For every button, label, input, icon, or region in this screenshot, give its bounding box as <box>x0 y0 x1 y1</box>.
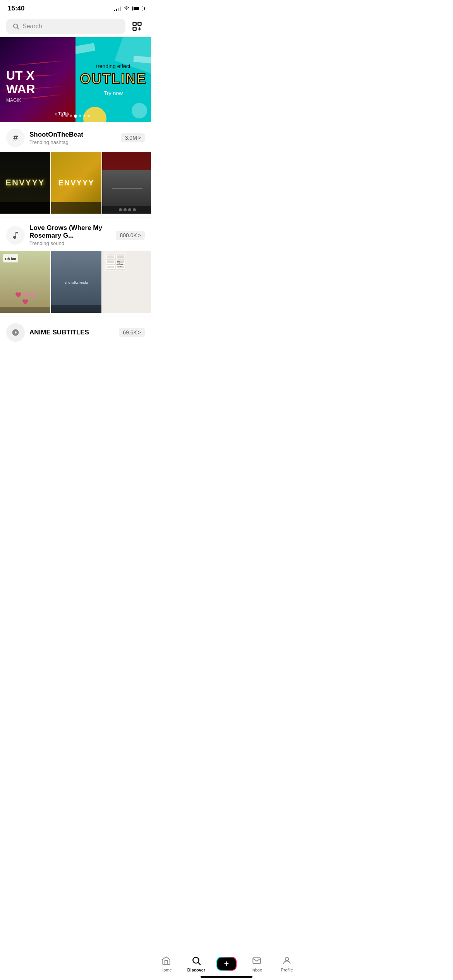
hashtag-icon: # <box>6 128 25 147</box>
dot-4-active <box>74 115 77 118</box>
battery-icon <box>132 6 143 11</box>
hashtag-count-arrow: > <box>138 135 141 141</box>
anime-title: ANIME SUBTITLES <box>29 329 114 336</box>
status-bar: 15:40 <box>0 0 151 15</box>
sound-video-2[interactable]: she talks kinda <box>51 251 101 313</box>
banner-title-line1: UT X <box>6 69 35 82</box>
sound-count[interactable]: 800.0K > <box>116 231 145 240</box>
sound-section-header[interactable]: Love Grows (Where My Rosemary G... Trend… <box>0 218 151 251</box>
hashtag-count-value: 3.0M <box>125 135 137 141</box>
hashtag-count[interactable]: 3.0M > <box>121 133 145 142</box>
carousel-dots <box>61 115 90 118</box>
she-talks-text: she talks kinda <box>65 281 88 284</box>
hashtag-video-2[interactable]: ENVYYY <box>51 152 101 214</box>
trending-effect-label: trending effect <box>96 63 130 69</box>
search-bar[interactable]: Search <box>6 19 125 34</box>
search-bar-container: Search <box>0 15 151 37</box>
envyyy-text-2: ENVYYY <box>58 178 94 187</box>
sound-count-value: 800.0K <box>120 232 137 238</box>
status-time: 15:40 <box>8 5 24 12</box>
dot-7 <box>88 115 90 117</box>
dot-6 <box>83 115 86 117</box>
banner-title-line2: WAR <box>6 82 35 96</box>
envyyy-text-1: ENVYYY <box>5 178 45 188</box>
status-icons <box>114 6 143 11</box>
sound-video-grid[interactable]: Oh but 💗LOVE💗 she talks kinda <box>0 251 151 314</box>
sound-video-3[interactable]: andnobodyknows <box>102 251 151 313</box>
sound-section: Love Grows (Where My Rosemary G... Trend… <box>0 218 151 317</box>
wifi-icon <box>123 6 130 11</box>
banner-brand: MAGIK <box>6 98 35 103</box>
banner-left-content: UT X WAR MAGIK <box>6 69 35 103</box>
banner-carousel[interactable]: UT X WAR MAGIK ♫ TikTok trending effect … <box>0 37 151 122</box>
love-heart-text: 💗LOVE💗 <box>15 292 35 305</box>
anime-count-value: 69.6K <box>123 329 137 336</box>
sound-subtitle: Trending sound <box>29 240 111 246</box>
hashtag-title-group: ShootOnTheBeat Trending hashtag <box>29 131 117 145</box>
hashtag-title: ShootOnTheBeat <box>29 131 117 139</box>
oh-but-text: Oh but <box>5 257 16 261</box>
svg-rect-4 <box>133 27 136 30</box>
music-icon <box>6 226 25 245</box>
outline-effect-title: OUTLINE <box>80 71 147 87</box>
hashtag-video-grid[interactable]: ENVYYY ENVYYY <box>0 152 151 214</box>
nobody-knows-text: andnobodyknows <box>117 260 123 267</box>
signal-icon <box>114 6 121 11</box>
dot-2 <box>65 115 68 117</box>
hashtag-subtitle: Trending hashtag <box>29 139 117 145</box>
dot-3 <box>70 115 72 117</box>
sound-title: Love Grows (Where My Rosemary G... <box>29 224 111 240</box>
hashtag-video-1[interactable]: ENVYYY <box>0 152 50 214</box>
svg-rect-3 <box>138 22 141 26</box>
try-now-label: Try now <box>104 90 123 96</box>
sound-count-arrow: > <box>138 232 141 238</box>
anime-count-arrow: > <box>138 329 141 336</box>
sound-video-1[interactable]: Oh but 💗LOVE💗 <box>0 251 50 313</box>
svg-point-0 <box>14 24 18 28</box>
hashtag-section: # ShootOnTheBeat Trending hashtag 3.0M >… <box>0 122 151 218</box>
svg-rect-2 <box>133 22 136 26</box>
scan-icon <box>132 21 142 32</box>
deco-2 <box>76 43 95 55</box>
anime-icon <box>6 323 25 342</box>
hashtag-video-3[interactable] <box>102 152 151 214</box>
scan-button[interactable] <box>129 19 145 34</box>
search-icon <box>12 23 19 30</box>
anime-title-group: ANIME SUBTITLES <box>29 329 114 336</box>
banner-effect[interactable]: trending effect OUTLINE Try now <box>76 37 151 122</box>
hashtag-section-header[interactable]: # ShootOnTheBeat Trending hashtag 3.0M > <box>0 122 151 152</box>
try-circle <box>132 103 147 118</box>
anime-count[interactable]: 69.6K > <box>119 328 145 337</box>
anime-section-header[interactable]: ANIME SUBTITLES 69.6K > <box>0 317 151 345</box>
dot-1 <box>61 115 63 117</box>
banner-music[interactable]: UT X WAR MAGIK ♫ TikTok <box>0 37 76 122</box>
sound-title-group: Love Grows (Where My Rosemary G... Trend… <box>29 224 111 246</box>
search-placeholder-text: Search <box>22 23 42 30</box>
svg-line-1 <box>17 27 19 29</box>
dot-5 <box>79 115 81 117</box>
